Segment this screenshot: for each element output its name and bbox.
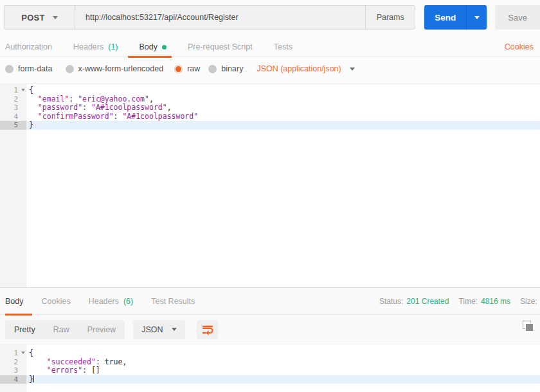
wrap-text-button[interactable] [197,320,218,339]
tab-test-results[interactable]: Test Results [151,288,195,315]
code-line[interactable]: { [26,349,540,358]
save-button[interactable]: Save [495,5,540,30]
tab-response-headers[interactable]: Headers (6) [89,288,134,315]
code-line[interactable]: "password": "A#1coolpassword", [26,103,540,112]
line-number: 1 [0,349,26,358]
view-preview-button[interactable]: Preview [78,320,125,339]
line-number: 1 [0,86,26,95]
view-pretty-button[interactable]: Pretty [5,320,44,339]
editor-row: 5} [0,121,540,130]
radio-form-data[interactable]: form-data [5,64,53,73]
content-type-label: JSON (application/json) [256,64,341,73]
tab-label: Pre-request Script [188,42,253,51]
code-line[interactable]: { [26,86,540,95]
response-body-editor[interactable]: 1{2 "succeeded": true,3 "errors": []4} [0,344,540,392]
radio-label: form-data [18,64,53,73]
radio-label: raw [187,64,200,73]
time-label: Time: [458,297,478,306]
radio-icon [66,65,74,73]
code-line[interactable]: } [26,375,540,384]
status-badge: 201 Created [406,297,449,306]
radio-label: binary [221,64,243,73]
text-cursor [33,375,34,382]
radio-binary[interactable]: binary [208,64,243,73]
code-line[interactable]: "email": "eric@yahoo.com", [26,95,540,104]
radio-icon [208,65,217,73]
editor-row: 1{ [0,349,540,358]
send-options-button[interactable] [466,5,487,30]
radio-raw[interactable]: raw [174,64,200,73]
tab-label: Body [5,297,24,306]
radio-urlencoded[interactable]: x-www-form-urlencoded [66,64,164,73]
params-button[interactable]: Params [366,6,415,29]
status-label: Status: [379,297,403,306]
tab-label: Headers [73,42,104,51]
editor-row: 3 "errors": [] [0,366,540,375]
radio-selected-icon [174,65,183,73]
editor-row: 1{ [0,86,540,95]
format-label: JSON [141,325,163,334]
tab-authorization[interactable]: Authorization [5,37,52,57]
method-dropdown[interactable]: POST [4,6,75,29]
time-meta: Time: 4816 ms [458,297,510,306]
size-meta: Size: 31 [520,297,540,306]
response-tabs: Body Cookies Headers (6) Test Results St… [0,288,540,315]
send-button[interactable]: Send [424,5,466,30]
request-tabs: Authorization Headers (1) Body Pre-reque… [0,37,540,57]
tab-label: Test Results [151,297,195,306]
body-set-indicator-dot [162,45,166,49]
method-label: POST [21,13,45,22]
headers-count-badge: (1) [108,42,118,51]
editor-row: 4 "confirmPassword": "A#1coolpassword" [0,112,540,121]
tab-response-cookies[interactable]: Cookies [42,288,71,315]
send-split-button: Send [424,5,487,30]
line-number: 4 [0,112,26,121]
view-raw-button[interactable]: Raw [44,320,78,339]
url-input[interactable] [75,6,366,29]
chevron-down-icon [172,328,177,331]
response-view-controls: Pretty Raw Preview JSON [0,315,540,344]
tab-headers[interactable]: Headers (1) [73,37,118,57]
line-number: 2 [0,95,26,104]
editor-row: 2 "email": "eric@yahoo.com", [0,95,540,104]
status-meta: Status: 201 Created [379,297,449,306]
editor-row: 4} [0,375,540,384]
request-body-editor[interactable]: 1{2 "email": "eric@yahoo.com",3 "passwor… [0,84,540,287]
view-mode-group: Pretty Raw Preview [5,320,125,339]
chevron-down-icon [53,16,58,19]
tab-tests[interactable]: Tests [274,37,292,57]
radio-label: x-www-form-urlencoded [78,64,164,73]
code-line[interactable]: "errors": [] [26,366,540,375]
tab-label: Cookies [42,297,71,306]
response-meta: Status: 201 Created Time: 4816 ms Size: … [379,288,540,315]
body-type-row: form-data x-www-form-urlencoded raw bina… [0,59,540,78]
radio-icon [5,65,14,73]
code-line[interactable]: "confirmPassword": "A#1coolpassword" [26,112,540,121]
fold-caret-icon[interactable] [21,89,25,91]
request-bar: POST Params Send Save [4,5,540,30]
time-value: 4816 ms [481,297,510,306]
line-number: 3 [0,366,26,375]
content-type-dropdown[interactable]: JSON (application/json) [256,64,354,73]
copy-icon [523,321,534,332]
line-number: 4 [0,375,26,384]
copy-response-button[interactable] [521,319,535,334]
tab-label: Tests [274,42,292,51]
editor-row: 2 "succeeded": true, [0,358,540,367]
tab-response-body[interactable]: Body [5,288,24,315]
line-number: 2 [0,358,26,367]
chevron-down-icon [350,67,355,71]
headers-count-badge: (6) [123,297,133,306]
tab-pre-request-script[interactable]: Pre-request Script [188,37,253,57]
tab-body[interactable]: Body [140,37,167,57]
response-format-dropdown[interactable]: JSON [133,320,185,339]
cookies-link[interactable]: Cookies [505,42,534,51]
code-line[interactable]: "succeeded": true, [26,358,540,367]
url-group: POST Params [4,5,415,30]
tab-label: Authorization [5,42,52,51]
tab-label: Body [140,42,158,51]
code-line[interactable]: } [26,121,540,130]
fold-caret-icon[interactable] [21,352,25,354]
tab-label: Headers [89,297,119,306]
wrap-text-icon [201,324,214,335]
